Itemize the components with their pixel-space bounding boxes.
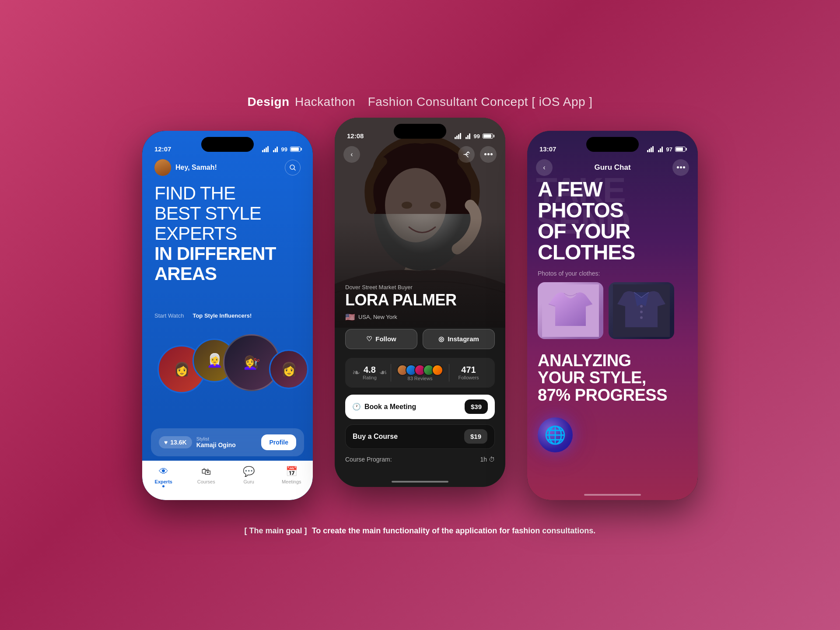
phone1-header: Hey, Samah!	[154, 159, 301, 176]
instagram-icon: ◎	[438, 335, 444, 343]
book-label: Book a Meeting	[364, 403, 416, 411]
nav-item-experts[interactable]: 👁 Experts	[142, 466, 185, 487]
greeting-label: Hey,	[175, 164, 190, 171]
influencers-section: 👩 👩‍🦳 💇‍♀️ 👩	[142, 326, 313, 413]
user-name: Samah!	[192, 164, 217, 171]
dynamic-island	[586, 137, 639, 152]
duration-value: 1h	[480, 456, 487, 463]
headline1: A FEW PHOTOS	[538, 179, 687, 221]
hero-title: FIND THE BEST STYLE EXPERTS IN DIFFERENT…	[154, 183, 301, 284]
instagram-button[interactable]: ◎ Instagram	[423, 329, 495, 349]
location-text: USA, New York	[358, 314, 397, 320]
rating-label: Rating	[363, 375, 377, 380]
heart-icon: ♥	[164, 439, 168, 446]
page-header: Design Hackathon Fashion Consultant Conc…	[247, 95, 592, 109]
greeting-text: Hey, Samah!	[175, 164, 217, 172]
footer-bracket: [ The main goal ]	[245, 526, 307, 535]
profile-button[interactable]: Profile	[261, 434, 296, 450]
dot2	[680, 166, 682, 168]
footer-body: To create the main functionality of the …	[312, 526, 596, 535]
wifi-icon	[658, 147, 663, 152]
svg-point-14	[640, 311, 643, 313]
clothes-photo-1[interactable]	[538, 282, 603, 339]
likes-badge: ♥ 13.6K	[159, 436, 192, 448]
clothes-photos	[538, 282, 687, 339]
back-button[interactable]: ‹	[343, 146, 360, 163]
search-icon	[289, 164, 296, 171]
battery-label: 99	[474, 133, 480, 140]
dot3	[490, 153, 493, 155]
dot3	[683, 166, 685, 168]
card-left: ♥ 13.6K Stylist Kamaji Ogino	[159, 436, 236, 448]
back-button[interactable]: ‹	[536, 159, 553, 176]
cell-signal-icon	[647, 146, 654, 152]
send-photos-headline: A FEW PHOTOS OF YOUR CLOTHES	[538, 179, 687, 263]
heart-icon: ♡	[366, 335, 372, 343]
status-icons: 97	[647, 144, 686, 153]
stylist-card: ♥ 13.6K Stylist Kamaji Ogino Profile	[151, 428, 304, 456]
battery-label: 97	[666, 146, 672, 153]
nav-item-guru[interactable]: 💬 Guru	[228, 466, 270, 484]
timer-icon: ⏱	[489, 456, 495, 463]
svg-point-9	[402, 202, 412, 209]
experts-icon: 👁	[159, 466, 168, 477]
action-buttons: ♡ Follow ◎ Instagram	[345, 329, 495, 349]
dot1	[677, 166, 679, 168]
rating-stat: ❧ 4.8 Rating ❧	[352, 365, 391, 380]
circle-group: 👩 👩‍🦳 💇‍♀️ 👩	[153, 330, 302, 409]
nav-item-courses[interactable]: 🛍 Courses	[185, 466, 228, 484]
user-greeting: Hey, Samah!	[154, 159, 217, 176]
wifi-icon	[273, 147, 278, 152]
status-icons: 99	[262, 144, 301, 153]
status-time: 12:08	[347, 130, 364, 140]
rating-info: 4.8 Rating	[363, 365, 377, 380]
stylist-label: Stylist	[196, 436, 236, 441]
influencer-circle-4[interactable]: 👩	[269, 350, 308, 389]
clothes-photo-2[interactable]	[609, 282, 674, 339]
status-icons: 99	[455, 130, 493, 140]
instagram-label: Instagram	[448, 335, 479, 343]
followers-value: 471	[461, 365, 476, 375]
more-button[interactable]	[480, 146, 497, 163]
reviews-label: 83 Reviews	[408, 376, 433, 381]
hero-line1: FIND THE	[154, 183, 301, 203]
guru-chat-title: Guru Chat	[594, 163, 630, 172]
headline2: OF YOUR	[538, 221, 687, 242]
header-title: Design Hackathon Fashion Consultant Conc…	[247, 95, 592, 108]
location-row: 🇺🇸 USA, New York	[345, 312, 495, 322]
start-watch-link[interactable]: Start Watch	[154, 312, 184, 319]
follow-button[interactable]: ♡ Follow	[345, 329, 417, 349]
avatar5	[432, 364, 443, 376]
book-meeting-button[interactable]: 🕐 Book a Meeting $39	[345, 395, 495, 419]
dynamic-island	[394, 124, 446, 139]
follow-label: Follow	[375, 335, 396, 343]
flag-icon: 🇺🇸	[345, 312, 355, 322]
course-duration: 1h ⏱	[480, 456, 495, 463]
cell-signal-icon	[262, 146, 269, 152]
title-bold: Design	[247, 95, 289, 108]
hero-line4: IN DIFFERENT	[154, 244, 301, 264]
share-button[interactable]	[458, 146, 475, 163]
tshirt-illustration-1	[542, 284, 599, 337]
battery-icon	[483, 133, 493, 139]
phone1-frame: 12:07 99	[142, 131, 313, 500]
svg-line-1	[294, 168, 296, 170]
battery-icon	[290, 147, 301, 152]
analyzing-headline: ANALYZING YOUR STYLE, 87% PROGRESS	[538, 352, 687, 405]
reviews-stat: 83 Reviews	[391, 364, 449, 381]
course-label: Buy a Course	[353, 433, 398, 441]
analyzing2: YOUR STYLE,	[538, 369, 687, 387]
battery-icon	[675, 147, 686, 152]
laurel-right: ❧	[379, 367, 387, 378]
nav-item-meetings[interactable]: 📅 Meetings	[270, 466, 313, 484]
search-button[interactable]	[285, 160, 301, 175]
influencers-link[interactable]: Top Style Influencers!	[192, 312, 252, 319]
more-button[interactable]	[672, 159, 689, 176]
buyer-label: Dover Street Market Buyer	[345, 284, 495, 290]
share-icon	[463, 151, 470, 158]
stylist-name: Kamaji Ogino	[196, 441, 236, 448]
avatar	[154, 159, 171, 176]
hero-line3: EXPERTS	[154, 224, 301, 244]
followers-stat: 471 Followers	[449, 365, 488, 380]
buy-course-button[interactable]: Buy a Course $19	[345, 424, 495, 449]
